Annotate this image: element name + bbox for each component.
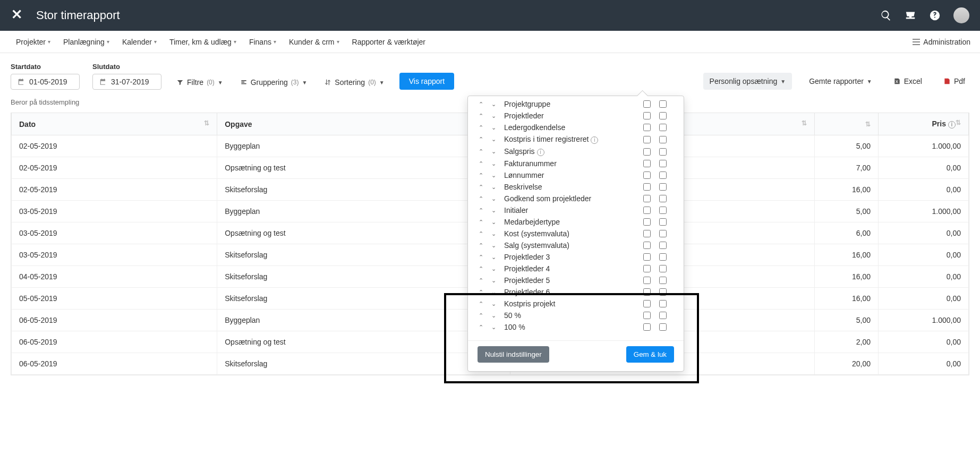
inbox-icon[interactable]	[905, 10, 916, 21]
panel-checkbox-visible[interactable]	[643, 323, 651, 331]
panel-checkbox-visible[interactable]	[643, 265, 651, 272]
panel-checkbox-secondary[interactable]	[659, 136, 667, 143]
panel-checkbox-secondary[interactable]	[659, 124, 667, 131]
menubar-item-6[interactable]: Rapporter & værktøjer	[346, 31, 432, 53]
help-icon[interactable]	[929, 10, 941, 21]
panel-checkbox-secondary[interactable]	[659, 242, 667, 249]
panel-checkbox-visible[interactable]	[643, 195, 651, 202]
move-down-icon[interactable]: ⌄	[491, 101, 501, 108]
panel-checkbox-secondary[interactable]	[659, 230, 667, 237]
panel-checkbox-visible[interactable]	[643, 136, 651, 143]
move-down-icon[interactable]: ⌄	[491, 324, 501, 331]
personal-setup-dropdown[interactable]: Personlig opsætning ▼	[703, 73, 792, 90]
col-opgave[interactable]: Opgave⇅	[217, 113, 510, 135]
panel-scroll[interactable]: ⌃⌄Projektgruppe⌃⌄Projektleder⌃⌄Ledergodk…	[468, 96, 684, 337]
avatar[interactable]	[953, 7, 969, 23]
move-up-icon[interactable]: ⌃	[479, 265, 488, 272]
panel-checkbox-visible[interactable]	[643, 300, 651, 307]
move-up-icon[interactable]: ⌃	[479, 254, 488, 261]
menubar-item-5[interactable]: Kunder & crm▾	[283, 31, 346, 53]
move-up-icon[interactable]: ⌃	[479, 324, 488, 331]
panel-checkbox-visible[interactable]	[643, 207, 651, 214]
panel-checkbox-secondary[interactable]	[659, 148, 667, 156]
move-down-icon[interactable]: ⌄	[491, 289, 501, 296]
panel-checkbox-secondary[interactable]	[659, 300, 667, 307]
grouping-button[interactable]: Gruppering (3) ▼	[238, 75, 310, 90]
panel-checkbox-secondary[interactable]	[659, 288, 667, 296]
reset-settings-button[interactable]: Nulstil indstillinger	[478, 346, 549, 363]
move-up-icon[interactable]: ⌃	[479, 289, 488, 296]
export-excel-button[interactable]: Excel	[889, 73, 926, 90]
move-down-icon[interactable]: ⌄	[491, 265, 501, 272]
col-pris[interactable]: Prisi⇅	[879, 113, 969, 135]
panel-checkbox-secondary[interactable]	[659, 160, 667, 167]
panel-checkbox-visible[interactable]	[643, 160, 651, 167]
col-dato[interactable]: Dato⇅	[12, 113, 217, 135]
panel-checkbox-visible[interactable]	[643, 218, 651, 226]
move-down-icon[interactable]: ⌄	[491, 277, 501, 284]
panel-checkbox-secondary[interactable]	[659, 183, 667, 191]
menubar-item-1[interactable]: Planlægning▾	[57, 31, 116, 53]
panel-checkbox-visible[interactable]	[643, 183, 651, 191]
move-up-icon[interactable]: ⌃	[479, 242, 488, 249]
search-icon[interactable]	[880, 10, 892, 21]
admin-link[interactable]: Administration	[913, 38, 970, 46]
menubar-item-2[interactable]: Kalender▾	[116, 31, 163, 53]
enddate-input[interactable]: 31-07-2019	[92, 74, 161, 90]
move-down-icon[interactable]: ⌄	[491, 301, 501, 307]
export-pdf-button[interactable]: Pdf	[939, 73, 969, 90]
saved-reports-dropdown[interactable]: Gemte rapporter ▼	[805, 73, 876, 90]
move-down-icon[interactable]: ⌄	[491, 230, 501, 237]
panel-checkbox-visible[interactable]	[643, 148, 651, 156]
move-up-icon[interactable]: ⌃	[479, 148, 488, 155]
move-up-icon[interactable]: ⌃	[479, 312, 488, 319]
panel-checkbox-visible[interactable]	[643, 112, 651, 119]
panel-checkbox-secondary[interactable]	[659, 100, 667, 108]
save-close-button[interactable]: Gem & luk	[626, 346, 674, 363]
panel-checkbox-secondary[interactable]	[659, 112, 667, 119]
panel-checkbox-secondary[interactable]	[659, 218, 667, 226]
panel-checkbox-secondary[interactable]	[659, 277, 667, 284]
panel-checkbox-visible[interactable]	[643, 124, 651, 131]
move-down-icon[interactable]: ⌄	[491, 172, 501, 179]
panel-checkbox-secondary[interactable]	[659, 195, 667, 202]
move-down-icon[interactable]: ⌄	[491, 312, 501, 319]
filter-button[interactable]: Filtre (0) ▼	[174, 75, 225, 90]
move-up-icon[interactable]: ⌃	[479, 124, 488, 131]
panel-checkbox-secondary[interactable]	[659, 265, 667, 272]
sorting-button[interactable]: Sortering (0) ▼	[322, 75, 386, 90]
move-down-icon[interactable]: ⌄	[491, 124, 501, 131]
panel-checkbox-visible[interactable]	[643, 242, 651, 249]
move-up-icon[interactable]: ⌃	[479, 184, 488, 191]
move-down-icon[interactable]: ⌄	[491, 148, 501, 155]
panel-checkbox-secondary[interactable]	[659, 323, 667, 331]
move-up-icon[interactable]: ⌃	[479, 277, 488, 284]
panel-checkbox-visible[interactable]	[643, 230, 651, 237]
menubar-item-3[interactable]: Timer, km & udlæg▾	[163, 31, 243, 53]
panel-checkbox-visible[interactable]	[643, 288, 651, 296]
move-down-icon[interactable]: ⌄	[491, 136, 501, 143]
move-down-icon[interactable]: ⌄	[491, 207, 501, 214]
panel-checkbox-secondary[interactable]	[659, 253, 667, 261]
move-up-icon[interactable]: ⌃	[479, 136, 488, 143]
startdate-input[interactable]: 01-05-2019	[11, 74, 80, 90]
panel-checkbox-visible[interactable]	[643, 171, 651, 179]
menubar-item-4[interactable]: Finans▾	[243, 31, 283, 53]
panel-checkbox-secondary[interactable]	[659, 312, 667, 319]
panel-checkbox-visible[interactable]	[643, 312, 651, 319]
move-down-icon[interactable]: ⌄	[491, 113, 501, 119]
col-qty[interactable]: ⇅	[815, 113, 879, 135]
move-down-icon[interactable]: ⌄	[491, 160, 501, 167]
move-up-icon[interactable]: ⌃	[479, 219, 488, 226]
move-down-icon[interactable]: ⌄	[491, 254, 501, 261]
panel-checkbox-visible[interactable]	[643, 253, 651, 261]
move-down-icon[interactable]: ⌄	[491, 184, 501, 191]
move-up-icon[interactable]: ⌃	[479, 195, 488, 202]
move-down-icon[interactable]: ⌄	[491, 242, 501, 249]
move-up-icon[interactable]: ⌃	[479, 172, 488, 179]
run-report-button[interactable]: Vis rapport	[399, 73, 454, 90]
move-up-icon[interactable]: ⌃	[479, 207, 488, 214]
move-up-icon[interactable]: ⌃	[479, 160, 488, 167]
move-down-icon[interactable]: ⌄	[491, 195, 501, 202]
move-up-icon[interactable]: ⌃	[479, 113, 488, 119]
